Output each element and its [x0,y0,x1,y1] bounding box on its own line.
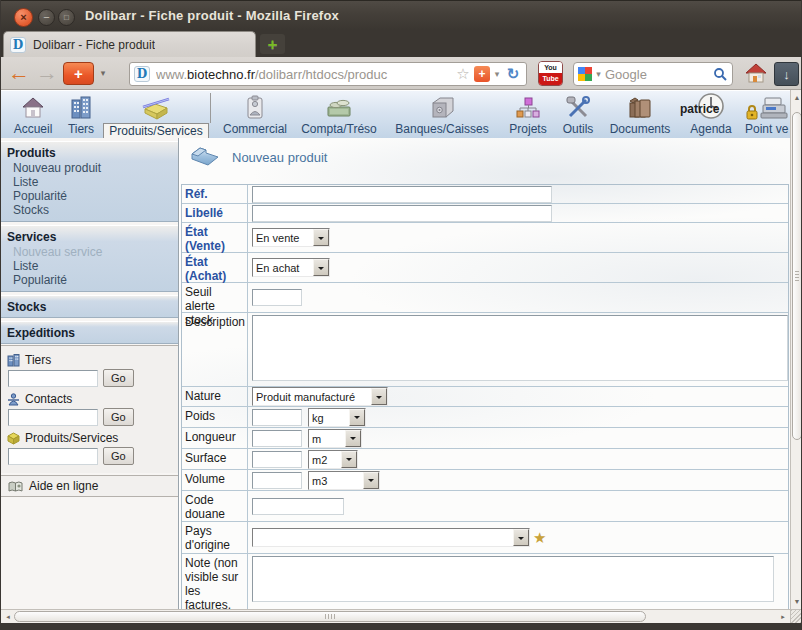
sidebar-section-services: Services Nouveau service Liste Popularit… [1,225,178,292]
chevron-down-icon [349,409,365,426]
back-button[interactable]: ← [5,57,33,89]
contacts-search-input[interactable] [8,409,98,426]
sidebar-section-stocks[interactable]: Stocks [1,295,178,318]
google-logo-icon[interactable] [578,67,592,81]
sidebar-item-nouveau-produit[interactable]: Nouveau produit [1,161,178,175]
note-textarea[interactable] [252,556,774,602]
chevron-down-icon[interactable]: ▾ [490,69,504,79]
produits-search-input[interactable] [8,448,98,465]
folders-icon [603,93,677,121]
contacts-go-button[interactable]: Go [103,408,134,426]
tiers-go-button[interactable]: Go [103,369,134,387]
scroll-up-icon[interactable]: ▲ [791,91,802,104]
description-textarea[interactable] [252,315,788,381]
window-title: Dolibarr - Fiche produit - Mozilla Firef… [85,8,339,23]
logged-user[interactable]: patrice [680,102,719,116]
new-tab-button[interactable]: + [260,34,285,54]
home-icon [744,62,768,84]
sitemap-icon [503,93,553,121]
minimize-icon[interactable]: − [38,9,55,26]
etat-achat-select[interactable]: En achat [252,258,330,277]
page-title: Nouveau produit [190,146,327,169]
ref-input[interactable] [252,186,552,203]
vertical-scrollbar[interactable]: ▲ ▼ [790,90,802,609]
sidebar-item-popularite-produits[interactable]: Popularité [1,189,178,203]
etat-vente-select[interactable]: En vente [252,228,330,247]
search-group-tiers: Tiers Go [1,350,178,389]
scroll-down-icon[interactable]: ▼ [791,595,802,608]
menu-item-produits-services[interactable]: Produits/Services [101,93,211,138]
volume-input[interactable] [252,472,302,489]
reload-icon[interactable]: ↻ [504,65,522,83]
book-icon [8,480,23,493]
url-bar[interactable]: D www.biotechno.fr/dolibarr/htdocs/produ… [129,62,527,86]
menu-item-compta-treso[interactable]: Compta/Tréso [297,93,381,136]
menu-item-outils[interactable]: Outils [555,93,601,136]
scroll-right-icon[interactable]: ▸ [777,610,789,623]
menu-item-projets[interactable]: Projets [503,93,553,136]
menu-item-documents[interactable]: Documents [603,93,677,136]
chevron-down-icon [313,259,329,276]
help-link[interactable]: Aide en ligne [1,475,178,497]
nav-toolbar: ← → + ▾ D www.biotechno.fr/dolibarr/htdo… [1,57,802,90]
search-icon[interactable] [713,67,728,82]
menu-item-banques-caisses[interactable]: Banques/Caisses [383,93,501,136]
window-bottom-border [1,623,802,630]
page-body: Produits Nouveau produit Liste Popularit… [1,138,790,609]
form-row-surface: Surface m2 [182,449,788,470]
tab-bar: D Dolibarr - Fiche produit + [1,30,802,57]
seuil-alerte-input[interactable] [252,289,302,306]
chevron-down-icon[interactable]: ▾ [592,69,605,79]
horizontal-scroll-thumb[interactable] [14,611,646,622]
form-row-nature: Nature Produit manufacturé [182,387,788,407]
home-button[interactable] [741,57,771,89]
chevron-down-icon[interactable]: ▾ [96,57,110,89]
sidebar-section-expeditions[interactable]: Expéditions [1,321,178,344]
vertical-scroll-thumb[interactable] [792,112,802,440]
horizontal-scrollbar[interactable]: ◂ ▸ [1,609,790,623]
sidebar-item-liste-services[interactable]: Liste [1,259,178,273]
building-icon [7,354,20,367]
chevron-down-icon [341,451,357,468]
menu-item-accueil[interactable]: Accueil [7,93,59,136]
search-input[interactable] [605,67,713,82]
nature-select[interactable]: Produit manufacturé [252,387,388,406]
menu-item-tiers[interactable]: Tiers [59,93,103,136]
sidebar-section-produits: Produits Nouveau produit Liste Popularit… [1,141,178,222]
scroll-left-icon[interactable]: ◂ [2,610,14,623]
poids-input[interactable] [252,409,302,426]
sidebar-item-liste-produits[interactable]: Liste [1,175,178,189]
form-row-etat-vente: État (Vente) En vente [182,223,788,253]
form-row-code-douane: Code douane [182,491,788,522]
maximize-icon[interactable]: □ [58,9,75,26]
sidebar-item-popularite-services[interactable]: Popularité [1,273,178,287]
longueur-unit-select[interactable]: m [308,429,362,448]
url-plus-icon[interactable]: + [474,66,490,82]
bookmark-star-icon[interactable]: ☆ [454,65,472,83]
longueur-input[interactable] [252,430,302,447]
forward-button[interactable]: → [33,57,61,89]
surface-input[interactable] [252,451,302,468]
close-icon[interactable]: × [14,8,33,27]
browser-window: × − □ Dolibarr - Fiche produit - Mozilla… [0,0,802,630]
sidebar-item-stocks[interactable]: Stocks [1,203,178,217]
tiers-search-input[interactable] [8,370,98,387]
libelle-input[interactable] [252,205,552,222]
download-button[interactable]: ↓ [774,62,799,86]
volume-unit-select[interactable]: m3 [308,471,380,490]
menu-item-commercial[interactable]: Commercial [215,93,295,136]
lock-icon [745,104,759,120]
produits-go-button[interactable]: Go [103,447,134,465]
quick-add-button[interactable]: + [63,62,94,85]
code-douane-input[interactable] [252,498,344,515]
poids-unit-select[interactable]: kg [308,408,366,427]
resize-grip[interactable] [790,609,802,623]
youtube-icon[interactable]: You Tube [538,61,563,86]
surface-unit-select[interactable]: m2 [308,450,358,469]
safe-icon [383,93,501,121]
dolibarr-favicon-icon: D [10,37,26,53]
pays-origine-select[interactable] [252,528,530,547]
dolibarr-favicon-icon: D [134,66,150,82]
tab-dolibarr[interactable]: D Dolibarr - Fiche produit [3,31,256,57]
form-row-volume: Volume m3 [182,470,788,491]
